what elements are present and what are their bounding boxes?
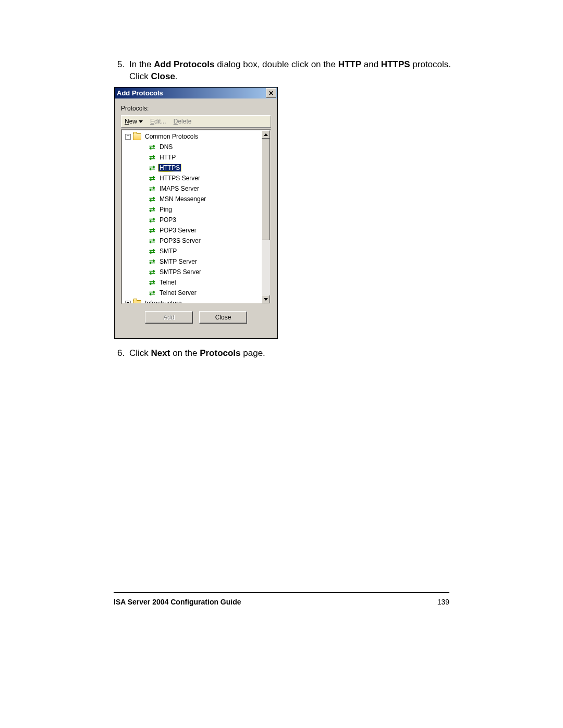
- add-button: Add: [145, 311, 193, 324]
- scroll-thumb[interactable]: [262, 139, 270, 240]
- new-menu[interactable]: New: [125, 118, 143, 125]
- protocol-item[interactable]: ⇄POP3S Server: [122, 236, 270, 246]
- protocol-label: Telnet Server: [158, 289, 198, 297]
- protocol-label: POP3S Server: [158, 237, 202, 244]
- protocol-item[interactable]: ⇄Ping: [122, 204, 270, 215]
- protocol-label: Telnet: [158, 279, 177, 286]
- protocol-item[interactable]: ⇄POP3 Server: [122, 225, 270, 236]
- protocol-label: DNS: [158, 143, 174, 151]
- protocol-label: SMTP: [158, 248, 178, 255]
- protocol-icon: ⇄: [148, 216, 156, 224]
- protocol-item[interactable]: ⇄SMTPS Server: [122, 267, 270, 277]
- protocol-item[interactable]: ⇄MSN Messenger: [122, 194, 270, 204]
- close-button[interactable]: Close: [199, 311, 247, 324]
- protocol-icon: ⇄: [148, 227, 156, 234]
- close-icon[interactable]: ✕: [266, 88, 276, 98]
- protocol-icon: ⇄: [148, 248, 156, 255]
- protocol-label: HTTPS: [158, 164, 181, 171]
- protocol-icon: ⇄: [148, 185, 156, 192]
- dialog-titlebar[interactable]: Add Protocols ✕: [115, 88, 277, 98]
- protocol-item[interactable]: ⇄HTTPS: [122, 163, 270, 173]
- folder-icon: [133, 300, 141, 305]
- arrow-down-icon: [264, 298, 268, 301]
- protocol-item[interactable]: ⇄Telnet: [122, 277, 270, 288]
- arrow-up-icon: [264, 133, 268, 136]
- protocol-label: POP3 Server: [158, 227, 198, 234]
- protocol-label: POP3: [158, 216, 177, 224]
- protocol-item[interactable]: ⇄HTTP: [122, 152, 270, 163]
- toolbar: New Edit... Delete: [121, 115, 271, 128]
- protocols-label: Protocols:: [121, 105, 271, 112]
- chevron-down-icon: [139, 120, 143, 123]
- protocol-icon: ⇄: [148, 237, 156, 244]
- protocol-icon: ⇄: [148, 164, 156, 171]
- protocol-icon: ⇄: [148, 206, 156, 213]
- protocol-tree[interactable]: − Common Protocols ⇄DNS⇄HTTP⇄HTTPS⇄HTTPS…: [121, 129, 271, 304]
- protocol-label: SMTPS Server: [158, 268, 202, 276]
- protocol-icon: ⇄: [148, 258, 156, 265]
- vertical-scrollbar[interactable]: [262, 130, 270, 303]
- delete-menu: Delete: [174, 118, 192, 125]
- protocol-label: IMAPS Server: [158, 185, 200, 192]
- protocol-label: MSN Messenger: [158, 195, 207, 203]
- scroll-up-button[interactable]: [262, 130, 270, 139]
- tree-category[interactable]: + Infrastructure: [122, 298, 270, 304]
- dialog-title: Add Protocols: [117, 89, 163, 97]
- protocol-icon: ⇄: [148, 268, 156, 276]
- footer-rule: [114, 592, 449, 593]
- protocol-item[interactable]: ⇄SMTP Server: [122, 256, 270, 267]
- protocol-item[interactable]: ⇄Telnet Server: [122, 288, 270, 298]
- protocol-label: SMTP Server: [158, 258, 198, 265]
- protocol-icon: ⇄: [148, 154, 156, 161]
- protocol-item[interactable]: ⇄POP3: [122, 215, 270, 225]
- protocol-label: HTTPS Server: [158, 175, 201, 182]
- expand-icon[interactable]: +: [125, 301, 131, 305]
- add-protocols-dialog: Add Protocols ✕ Protocols: New Edit... D…: [114, 87, 278, 339]
- protocol-label: Ping: [158, 206, 173, 213]
- folder-open-icon: [133, 133, 141, 140]
- scroll-down-button[interactable]: [262, 295, 270, 303]
- protocol-icon: ⇄: [148, 195, 156, 203]
- protocol-icon: ⇄: [148, 289, 156, 297]
- step5-number: 5.: [117, 59, 125, 71]
- protocol-icon: ⇄: [148, 279, 156, 286]
- protocol-item[interactable]: ⇄HTTPS Server: [122, 173, 270, 183]
- protocol-label: HTTP: [158, 154, 177, 161]
- tree-category[interactable]: − Common Protocols: [122, 131, 270, 142]
- edit-menu: Edit...: [150, 118, 166, 125]
- protocol-item[interactable]: ⇄DNS: [122, 142, 270, 152]
- collapse-icon[interactable]: −: [125, 134, 131, 140]
- protocol-icon: ⇄: [148, 175, 156, 182]
- protocol-item[interactable]: ⇄SMTP: [122, 246, 270, 256]
- page-number: 139: [437, 598, 449, 606]
- step6-text: Click Next on the Protocols page.: [129, 348, 452, 360]
- protocol-icon: ⇄: [148, 143, 156, 151]
- step6-number: 6.: [117, 348, 125, 360]
- protocol-item[interactable]: ⇄IMAPS Server: [122, 183, 270, 194]
- step5-text: In the Add Protocols dialog box, double …: [129, 59, 452, 83]
- footer-title: ISA Server 2004 Configuration Guide: [114, 598, 241, 606]
